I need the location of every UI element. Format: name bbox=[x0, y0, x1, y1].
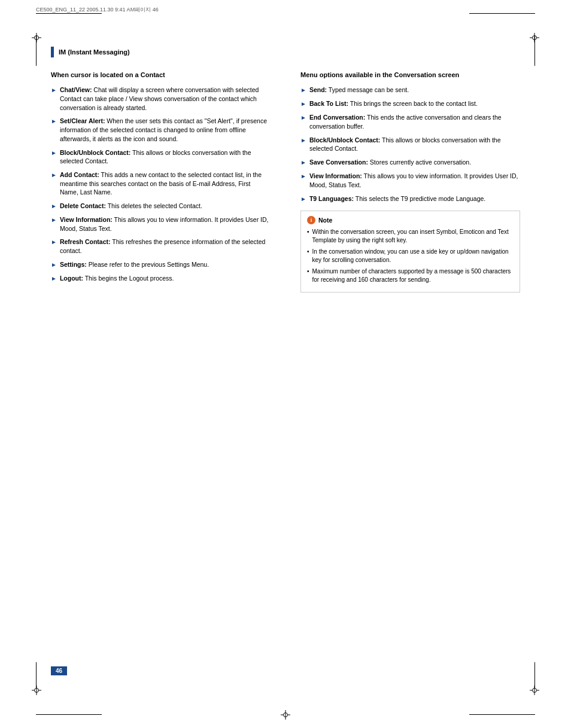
note-bullet-item: • In the conversation window, you can us… bbox=[307, 248, 514, 264]
list-item: ► Back To List: This brings the screen b… bbox=[300, 99, 520, 108]
blue-accent-bar bbox=[51, 47, 54, 57]
content-area: When cursor is located on a Contact ► Ch… bbox=[51, 71, 520, 656]
right-column: Menu options available in the Conversati… bbox=[294, 71, 520, 656]
bullet-arrow-icon: ► bbox=[51, 202, 57, 211]
bullet-text: T9 Languages: This selects the T9 predic… bbox=[309, 194, 485, 203]
right-bullet-list: ► Send: Typed message can be sent. ► Bac… bbox=[300, 86, 520, 203]
crosshair-bottom-center bbox=[281, 710, 290, 720]
bullet-text: Settings: Please refer to the previous S… bbox=[60, 260, 209, 269]
note-bullet-item: • Maximum number of characters supported… bbox=[307, 267, 514, 284]
bullet-arrow-icon: ► bbox=[51, 216, 57, 224]
bullet-text: View Information: This allows you to vie… bbox=[309, 172, 520, 189]
bullet-text: Logout: This begins the Logout process. bbox=[60, 274, 174, 283]
bottom-border-left bbox=[36, 714, 102, 715]
list-item: ► Logout: This begins the Logout process… bbox=[51, 274, 271, 283]
bullet-arrow-icon: ► bbox=[300, 100, 306, 108]
list-item: ► Save Conversation: Stores currently ac… bbox=[300, 158, 520, 167]
bullet-text: Delete Contact: This deletes the selecte… bbox=[60, 202, 202, 211]
bullet-arrow-icon: ► bbox=[51, 171, 57, 179]
header-bar: CE500_ENG_11_22 2005.11.30 9:41 AM페이지 46 bbox=[36, 6, 535, 14]
list-item: ► T9 Languages: This selects the T9 pred… bbox=[300, 194, 520, 203]
page-number-badge: 46 bbox=[51, 666, 67, 675]
list-item: ► View Information: This allows you to v… bbox=[300, 172, 520, 189]
list-item: ► End Conversation: This ends the active… bbox=[300, 113, 520, 130]
top-border-left bbox=[36, 13, 102, 14]
note-header: i Note bbox=[307, 216, 514, 224]
bullet-arrow-icon: ► bbox=[300, 136, 306, 145]
note-bullet-dot: • bbox=[307, 267, 309, 276]
bullet-text: Save Conversation: Stores currently acti… bbox=[309, 158, 471, 167]
note-title: Note bbox=[318, 217, 332, 224]
top-border-right bbox=[469, 13, 535, 14]
bullet-arrow-icon: ► bbox=[51, 86, 57, 95]
left-bullet-list: ► Chat/View: Chat will display a screen … bbox=[51, 86, 271, 282]
note-icon: i bbox=[307, 216, 315, 224]
section-title-bar: IM (Instant Messaging) bbox=[51, 47, 130, 57]
bullet-text: View Information: This allows you to vie… bbox=[60, 215, 271, 233]
note-bullet-item: • Within the conversation screen, you ca… bbox=[307, 228, 514, 245]
left-column-heading: When cursor is located on a Contact bbox=[51, 71, 271, 80]
crosshair-bottom-left bbox=[32, 686, 41, 695]
note-bullet-list: • Within the conversation screen, you ca… bbox=[307, 228, 514, 284]
right-border-top bbox=[534, 36, 535, 66]
crosshair-top-left bbox=[32, 33, 41, 42]
bullet-arrow-icon: ► bbox=[51, 238, 57, 246]
note-bullet-dot: • bbox=[307, 248, 309, 256]
bullet-arrow-icon: ► bbox=[300, 114, 306, 122]
bullet-arrow-icon: ► bbox=[300, 195, 306, 203]
bottom-border-right bbox=[469, 714, 535, 715]
bullet-text: Chat/View: Chat will display a screen wh… bbox=[60, 86, 271, 112]
bullet-arrow-icon: ► bbox=[51, 149, 57, 157]
bullet-arrow-icon: ► bbox=[51, 117, 57, 126]
section-title: IM (Instant Messaging) bbox=[59, 48, 130, 56]
list-item: ► Send: Typed message can be sent. bbox=[300, 86, 520, 95]
list-item: ► View Information: This allows you to v… bbox=[51, 215, 271, 233]
bullet-text: Back To List: This brings the screen bac… bbox=[309, 99, 478, 108]
note-bullet-text: Within the conversation screen, you can … bbox=[312, 228, 514, 245]
bullet-arrow-icon: ► bbox=[300, 159, 306, 167]
list-item: ► Block/Unblock Contact: This allows or … bbox=[51, 148, 271, 166]
list-item: ► Block/Unblock Contact: This allows or … bbox=[300, 136, 520, 153]
bullet-text: Block/Unblock Contact: This allows or bl… bbox=[60, 148, 271, 166]
note-bullet-dot: • bbox=[307, 228, 309, 236]
bullet-arrow-icon: ► bbox=[300, 86, 306, 95]
bullet-arrow-icon: ► bbox=[51, 275, 57, 283]
note-section: i Note • Within the conversation screen,… bbox=[300, 211, 520, 293]
bullet-text: Refresh Contact: This refreshes the pres… bbox=[60, 237, 271, 255]
list-item: ► Delete Contact: This deletes the selec… bbox=[51, 202, 271, 211]
left-column: When cursor is located on a Contact ► Ch… bbox=[51, 71, 277, 656]
right-column-heading: Menu options available in the Conversati… bbox=[300, 71, 520, 80]
list-item: ► Settings: Please refer to the previous… bbox=[51, 260, 271, 269]
bullet-text: End Conversation: This ends the active c… bbox=[309, 113, 520, 130]
left-border-top bbox=[36, 36, 37, 66]
note-bullet-text: Maximum number of characters supported b… bbox=[312, 267, 514, 284]
bullet-text: Set/Clear Alert: When the user sets this… bbox=[60, 117, 271, 143]
list-item: ► Add Contact: This adds a new contact t… bbox=[51, 170, 271, 197]
page-container: CE500_ENG_11_22 2005.11.30 9:41 AM페이지 46… bbox=[0, 0, 571, 728]
bullet-arrow-icon: ► bbox=[300, 172, 306, 181]
bullet-arrow-icon: ► bbox=[51, 261, 57, 269]
crosshair-bottom-right bbox=[530, 686, 539, 695]
bullet-text: Add Contact: This adds a new contact to … bbox=[60, 170, 271, 197]
bullet-text: Send: Typed message can be sent. bbox=[309, 86, 409, 95]
list-item: ► Set/Clear Alert: When the user sets th… bbox=[51, 117, 271, 143]
bullet-text: Block/Unblock Contact: This allows or bl… bbox=[309, 136, 520, 153]
list-item: ► Refresh Contact: This refreshes the pr… bbox=[51, 237, 271, 255]
note-bullet-text: In the conversation window, you can use … bbox=[312, 248, 514, 264]
list-item: ► Chat/View: Chat will display a screen … bbox=[51, 86, 271, 112]
